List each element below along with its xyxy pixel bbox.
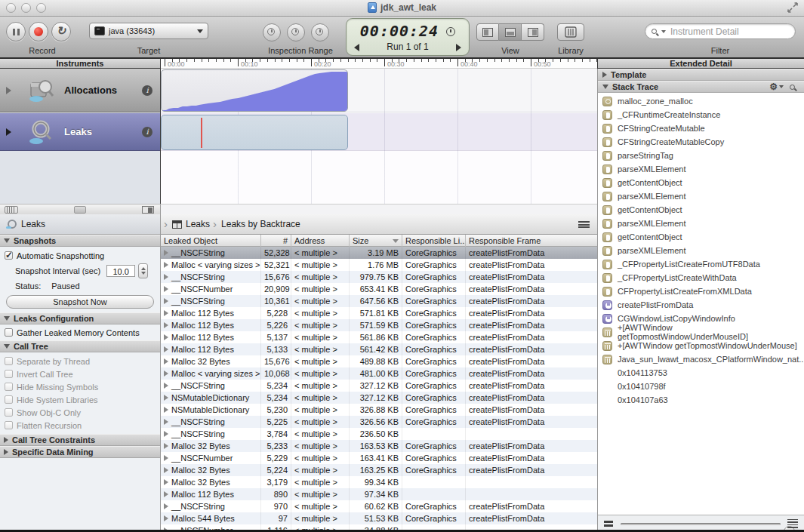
disclosure-triangle-icon[interactable] <box>164 286 168 292</box>
disclosure-triangle-icon[interactable] <box>164 371 168 377</box>
view-right-pane-button[interactable] <box>522 23 544 41</box>
stack-frame-row[interactable]: CFPropertyListCreateFromXMLData <box>598 284 804 298</box>
table-row[interactable]: __NSCFNumber 5,229 < multiple > 163.41 K… <box>161 452 597 464</box>
disclosure-triangle-icon[interactable] <box>164 395 168 401</box>
library-button[interactable] <box>557 23 584 41</box>
checkbox-row[interactable]: Separate by Thread <box>0 355 160 367</box>
breadcrumb-leaks-by-backtrace[interactable]: Leaks by Backtrace <box>221 219 300 229</box>
table-row[interactable]: NSMutableDictionary 5,230 < multiple > 3… <box>161 404 597 416</box>
disclosure-triangle-icon[interactable] <box>164 358 168 364</box>
disclosure-triangle-icon[interactable] <box>164 443 168 449</box>
column-header[interactable]: Responsible Li... <box>402 235 466 247</box>
stack-frame-row[interactable]: getContentObject <box>598 176 804 189</box>
table-row[interactable]: Malloc 112 Bytes 5,133 < multiple > 561.… <box>161 343 597 355</box>
disclosure-triangle-icon[interactable] <box>164 274 168 280</box>
stack-frame-row[interactable]: _CFRuntimeCreateInstance <box>598 108 804 121</box>
column-header[interactable]: # <box>261 235 291 247</box>
disclosure-triangle-icon[interactable] <box>164 479 168 485</box>
disclosure-triangle-icon[interactable] <box>164 419 168 425</box>
table-row[interactable]: __NSCFString 52,328 < multiple > 3.19 MB… <box>161 247 597 259</box>
table-row[interactable]: Malloc 32 Bytes 5,224 < multiple > 163.2… <box>161 464 597 476</box>
stack-frame-row[interactable]: parseXMLElement <box>598 244 804 257</box>
table-row[interactable]: __NSCFNumber 20,909 < multiple > 653.41 … <box>161 283 597 295</box>
table-row[interactable]: Malloc 112 Bytes 5,137 < multiple > 561.… <box>161 331 597 343</box>
disclosure-triangle-icon[interactable] <box>164 455 168 461</box>
table-row[interactable]: Malloc 32 Bytes 5,233 < multiple > 163.5… <box>161 440 597 452</box>
stack-frame-row[interactable]: _CFPropertyListCreateWithData <box>598 271 804 284</box>
disclosure-triangle-icon[interactable] <box>164 334 168 340</box>
table-row[interactable]: Malloc 112 Bytes 5,228 < multiple > 571.… <box>161 307 597 319</box>
disclosure-triangle-icon[interactable] <box>164 250 168 256</box>
table-row[interactable]: NSMutableDictionary 5,234 < multiple > 3… <box>161 392 597 404</box>
menu-icon[interactable] <box>578 221 590 228</box>
table-row[interactable]: __NSCFString 5,234 < multiple > 327.12 K… <box>161 380 597 392</box>
collapsed-section-header[interactable]: Specific Data Mining <box>0 446 160 458</box>
resize-handle-icon[interactable] <box>74 206 86 214</box>
table-row[interactable]: Malloc 112 Bytes 5,226 < multiple > 571.… <box>161 319 597 331</box>
breadcrumb-leaks[interactable]: Leaks <box>186 219 210 229</box>
checkbox-row[interactable]: Show Obj-C Only <box>0 406 160 419</box>
stack-frame-row[interactable]: parseXMLElement <box>598 189 804 203</box>
table-row[interactable]: Malloc < varying sizes > 52,321 < multip… <box>161 259 597 271</box>
pane-layout-icon[interactable] <box>142 206 154 214</box>
checkbox-icon[interactable] <box>5 328 13 337</box>
stack-frame-row[interactable]: 0x104113753 <box>598 366 804 380</box>
table-row[interactable]: __NSCFString 15,676 < multiple > 979.75 … <box>161 271 597 283</box>
stack-depth-slider[interactable] <box>621 523 781 525</box>
stack-frame-row[interactable]: 0x104107a63 <box>598 393 804 407</box>
disclosure-triangle-icon[interactable] <box>164 491 168 497</box>
disclosure-triangle-icon[interactable] <box>164 515 168 521</box>
stack-frame-row[interactable]: +[AWTWindow getTopmostWindowUnderMouseID… <box>598 325 804 339</box>
instrument-row-allocations[interactable]: Allocations i <box>0 69 160 112</box>
range-clear-button[interactable] <box>287 23 305 42</box>
gear-icon[interactable]: ⚙ <box>769 81 778 92</box>
stack-frame-row[interactable]: createPlistFromData <box>598 298 804 312</box>
table-row[interactable]: __NSCFString 5,225 < multiple > 326.56 K… <box>161 416 597 428</box>
track-area[interactable] <box>161 69 597 204</box>
table-row[interactable]: Malloc 32 Bytes 15,676 < multiple > 489.… <box>161 355 597 367</box>
stack-frame-row[interactable]: _CFPropertyListCreateFromUTF8Data <box>598 257 804 271</box>
checkbox-icon[interactable] <box>5 395 13 404</box>
table-row[interactable]: __NSCFString 10,361 < multiple > 647.56 … <box>161 295 597 307</box>
record-button[interactable] <box>29 22 48 42</box>
loop-button[interactable]: ↻ <box>51 22 71 42</box>
checkbox-icon[interactable] <box>5 370 13 378</box>
range-end-button[interactable] <box>311 23 329 42</box>
leaks-track-plot[interactable] <box>161 115 348 150</box>
disclosure-triangle-icon[interactable] <box>164 262 168 268</box>
range-start-button[interactable] <box>263 23 281 42</box>
section-header-stack-trace[interactable]: Stack Trace ⚙ <box>598 81 804 93</box>
stack-frame-row[interactable]: 0x10410798f <box>598 380 804 393</box>
disclosure-triangle-icon[interactable] <box>164 467 168 473</box>
table-row[interactable]: __NSCFString 970 < multiple > 60.62 KB C… <box>161 500 597 512</box>
disclosure-triangle-icon[interactable] <box>6 87 11 94</box>
search-icon[interactable] <box>790 85 795 90</box>
disclosure-triangle-icon[interactable] <box>164 407 168 413</box>
stack-frame-row[interactable]: getContentObject <box>598 230 804 244</box>
checkbox-row[interactable]: Hide Missing Symbols <box>0 380 160 393</box>
stack-frame-row[interactable]: getContentObject <box>598 203 804 217</box>
stack-frame-row[interactable]: parseXMLElement <box>598 162 804 176</box>
info-button[interactable]: i <box>142 85 152 96</box>
column-header[interactable]: Leaked Object <box>161 235 261 247</box>
fullscreen-icon[interactable] <box>787 2 798 13</box>
stack-frame-row[interactable]: malloc_zone_malloc <box>598 94 804 108</box>
column-header[interactable]: Responsible Frame <box>466 235 597 247</box>
disclosure-triangle-icon[interactable] <box>164 383 168 389</box>
collapsed-section-header[interactable]: Call Tree Constraints <box>0 434 160 446</box>
stack-frame-row[interactable]: parseXMLElement <box>598 217 804 230</box>
checkbox-icon[interactable] <box>5 251 13 260</box>
disclosure-triangle-icon[interactable] <box>164 503 168 509</box>
next-run-button[interactable] <box>456 44 461 51</box>
table-row[interactable]: Malloc 544 Bytes 97 < multiple > 51.53 K… <box>161 512 597 524</box>
table-row[interactable]: Malloc < varying sizes > 10,068 < multip… <box>161 367 597 380</box>
section-header-snapshots[interactable]: Snapshots <box>0 235 160 247</box>
automatic-snapshotting-checkbox-row[interactable]: Automatic Snapshotting <box>0 249 160 262</box>
section-header-leaks-configuration[interactable]: Leaks Configuration <box>0 312 160 324</box>
pause-button[interactable] <box>6 22 26 42</box>
section-header-call-tree[interactable]: Call Tree <box>0 340 160 352</box>
checkbox-icon[interactable] <box>5 421 13 429</box>
mini-chart-view-icon[interactable] <box>5 206 18 214</box>
disclosure-triangle-icon[interactable] <box>164 431 168 437</box>
track-scroll-strip[interactable] <box>161 204 597 214</box>
